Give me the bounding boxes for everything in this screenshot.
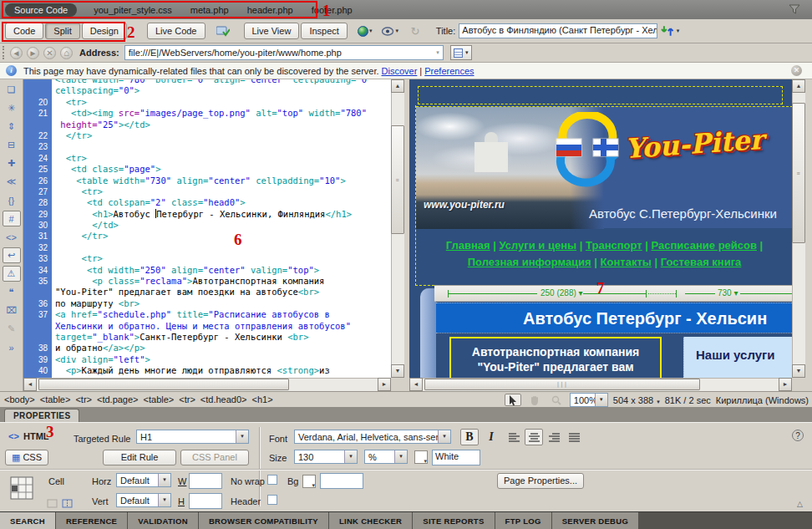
page-properties-button[interactable]: Page Properties... [497,473,584,489]
tag-selector-item[interactable]: <tr> [179,394,195,404]
panel-tab-link-checker[interactable]: LINK CHECKER [329,512,413,529]
html-mode-button[interactable]: HTML [23,431,49,441]
panel-tab-site-reports[interactable]: SITE REPORTS [413,512,495,529]
split-cell-icon[interactable] [60,495,74,511]
panel-tab-browser-compatibility[interactable]: BROWSER COMPATIBILITY [199,512,329,529]
select-parent-tag-icon[interactable]: ≪ [3,174,21,190]
expand-all-icon[interactable]: ✚ [3,155,21,171]
design-scroll-right-icon[interactable]: ► [779,378,792,391]
bg-color-swatch[interactable] [302,475,316,488]
format-source-code-icon[interactable]: ✎ [3,321,21,337]
address-input[interactable]: file:///E|/WebServers/home/you-piter/www… [124,45,444,60]
inspect-button[interactable]: Inspect [301,23,347,39]
align-right-icon[interactable] [545,429,563,445]
preview-in-browser-icon[interactable]: ▾ [356,23,374,38]
title-input[interactable]: Автобус в Финляндию (Санкт Петербург - Х… [459,23,657,38]
tag-selector-item[interactable]: <td.page> [97,394,139,404]
collapse-full-tag-icon[interactable]: ⇕ [3,119,21,135]
table-width-label[interactable]: 730 ▾ [718,288,738,298]
tag-selector-item[interactable]: <table> [40,394,71,404]
home-icon[interactable]: ⌂ [60,47,73,59]
font-select[interactable]: Verdana, Arial, Helvetica, sans-serif▼ [294,430,451,444]
cell-height-input[interactable] [189,493,222,509]
code-scroll-right-icon[interactable]: ► [378,378,391,391]
nowrap-checkbox[interactable] [267,475,277,485]
code-scroll-up-icon[interactable]: ▲ [391,79,404,93]
site-nav-link[interactable]: Транспорт [586,239,642,252]
edit-rule-button[interactable]: Edit Rule [103,450,176,465]
select-tool-icon[interactable] [505,394,521,406]
line-numbers-icon[interactable]: # [3,211,21,226]
site-nav-link[interactable]: Расписание рейсов [652,239,757,252]
filter-icon[interactable] [789,4,800,16]
bg-color-input[interactable] [320,473,363,489]
size-select[interactable]: 130▼ [294,450,358,464]
forward-icon[interactable]: ► [27,47,39,59]
stop-icon[interactable]: ✕ [43,47,56,59]
collapse-panel-icon[interactable]: △ [797,500,803,508]
help-icon[interactable]: ? [792,430,804,441]
window-size-value[interactable]: 504 x 388 ▾ [613,395,660,405]
tag-selector-item[interactable]: <td.head0> [200,394,247,404]
word-wrap-icon[interactable]: ↩ [3,247,21,263]
site-nav-link[interactable]: Гостевая книга [661,256,742,268]
size-unit-select[interactable]: %▼ [364,450,408,464]
table-width-bar[interactable]: 250 (288) ▾ 730 ▾ [434,285,792,302]
text-color-swatch[interactable] [414,450,428,464]
align-center-icon[interactable] [525,429,543,445]
apply-comment-icon[interactable]: ❝ [3,284,21,300]
related-file-tab[interactable]: footer.php [312,5,353,15]
panel-tab-server-debug[interactable]: SERVER DEBUG [552,512,639,529]
code-editor-pane[interactable]: <table width="780" border="0" align="cen… [23,79,391,378]
open-documents-icon[interactable]: ❏ [3,82,21,98]
syntax-error-alerts-icon[interactable]: ⚠ [3,266,21,282]
panel-tab-search[interactable]: SEARCH [0,512,56,529]
close-icon[interactable]: ✕ [791,65,802,76]
panel-tab-validation[interactable]: VALIDATION [128,512,199,529]
collapse-selection-icon[interactable]: ⊟ [3,137,21,153]
code-hscroll-thumb[interactable] [38,379,289,390]
align-left-icon[interactable] [505,429,523,445]
design-view-pane[interactable]: www.you-piter.ru [409,79,792,378]
code-vscroll-thumb[interactable]: ≡ [391,125,404,234]
cell-width-input[interactable] [189,473,222,489]
tag-selector-item[interactable]: <tr> [75,394,92,404]
design-scroll-down-icon[interactable]: ▼ [792,364,805,378]
tab-properties[interactable]: PROPERTIES [4,409,79,423]
highlight-invalid-code-icon[interactable]: <> [3,229,21,245]
file-get-put-icon[interactable]: ▾ [661,23,679,38]
design-scroll-left-icon[interactable]: ◄ [409,378,423,391]
design-hscroll-thumb[interactable]: ∣∣∣ [424,379,700,390]
italic-button[interactable]: I [482,429,500,445]
column-width-label[interactable]: 250 (288) ▾ [540,288,583,298]
address-dropdown-icon[interactable]: ▾ [436,49,439,56]
preferences-link[interactable]: Preferences [424,66,474,76]
design-scroll-up-icon[interactable]: ▲ [792,79,805,93]
balance-braces-icon[interactable]: {} [3,192,21,208]
tag-selector-item[interactable]: <table> [144,394,175,404]
css-mode-button[interactable]: ▦ CSS [5,450,48,465]
bold-button[interactable]: B [460,429,479,445]
code-navigator-icon[interactable]: ✳ [3,100,21,116]
design-vscroll-thumb[interactable]: ≡ [792,103,805,243]
discover-link[interactable]: Discover [382,66,418,76]
panel-tab-ftp-log[interactable]: FTP LOG [495,512,552,529]
tag-selector-item[interactable]: <h1> [252,394,273,404]
check-browser-compatibility-icon[interactable] [214,23,232,38]
toolbar-grip[interactable] [3,46,6,59]
targeted-rule-select[interactable]: H1▼ [136,430,249,444]
live-view-button[interactable]: Live View [244,23,300,39]
code-scroll-down-icon[interactable]: ▼ [391,364,404,378]
vert-select[interactable]: Default▼ [116,493,171,507]
horz-select[interactable]: Default▼ [116,473,171,487]
visual-aids-icon[interactable]: ▾ [381,23,399,38]
text-color-input[interactable]: White [432,450,480,465]
code-scroll-left-icon[interactable]: ◄ [23,378,37,391]
back-icon[interactable]: ◄ [10,47,23,59]
magnification-select[interactable]: 100%▼ [570,393,608,407]
site-nav-link[interactable]: Услуги и цены [500,239,577,252]
align-justify-icon[interactable] [565,429,583,445]
site-nav-link[interactable]: Контакты [601,256,652,268]
live-code-button[interactable]: Live Code [147,23,206,39]
more-tools-icon[interactable]: » [3,339,21,355]
